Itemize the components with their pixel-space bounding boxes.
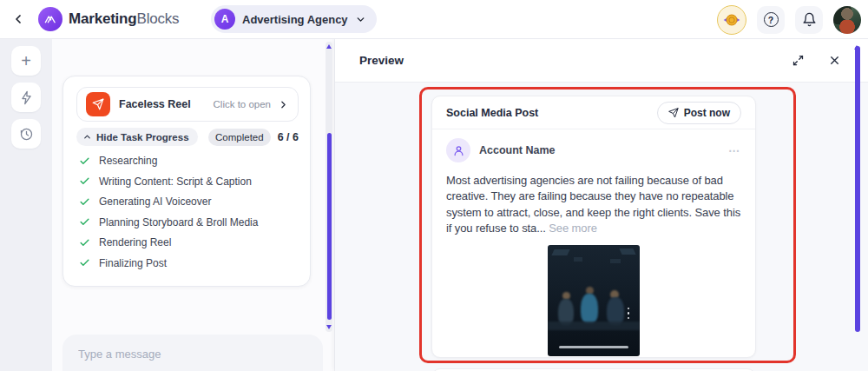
chevron-down-icon (355, 14, 366, 25)
user-avatar[interactable] (833, 6, 861, 34)
post-now-button[interactable]: Post now (657, 102, 741, 124)
thumbnail-window-shape (610, 259, 621, 263)
chevron-right-icon (278, 99, 289, 110)
chat-panel: Faceless Reel Click to open Hide Task Pr… (52, 39, 334, 371)
chevron-left-icon (11, 12, 25, 26)
task-progress-card: Faceless Reel Click to open Hide Task Pr… (62, 76, 311, 287)
coin-badge-icon (722, 12, 741, 28)
account-avatar (446, 138, 470, 162)
new-chat-button[interactable]: + (11, 46, 41, 76)
preview-scrollbar-thumb[interactable] (855, 46, 860, 332)
expand-button[interactable] (788, 51, 807, 70)
history-clock-icon (19, 127, 34, 142)
task-item: Researching (79, 155, 296, 167)
task-item: Writing Content: Script & Caption (79, 176, 296, 188)
marketingblocks-logo-icon (38, 7, 62, 31)
click-to-open-label: Click to open (214, 99, 271, 109)
task-item: Finalizing Post (79, 257, 296, 269)
faceless-reel-row[interactable]: Faceless Reel Click to open (76, 87, 299, 122)
progress-count: 6 / 6 (278, 131, 299, 143)
chat-scrollbar-thumb[interactable] (327, 133, 332, 320)
back-button[interactable] (5, 6, 31, 32)
question-icon: ? (764, 12, 779, 27)
task-item-label: Writing Content: Script & Caption (99, 176, 252, 188)
task-title: Faceless Reel (119, 98, 191, 110)
thumbnail-window-shape (574, 257, 582, 262)
video-options-icon[interactable] (628, 308, 630, 320)
quick-actions-button[interactable] (11, 83, 41, 112)
brand-wordmark: MarketingBlocks (69, 10, 179, 28)
status-badge: Completed (208, 129, 271, 146)
social-media-post-card: Social Media Post Post now Account Name … (431, 96, 756, 358)
person-icon (452, 144, 465, 157)
post-body-text: Most advertising agencies are not failin… (432, 166, 755, 237)
workspace-name: Advertising Agency (242, 13, 348, 26)
message-input[interactable] (78, 348, 307, 361)
preview-panel: Preview Social Media Post Post now (335, 39, 868, 371)
workspace-avatar: A (214, 9, 235, 30)
task-item-label: Researching (99, 155, 157, 167)
task-item: Generating AI Voiceover (79, 195, 296, 208)
scroll-down-arrow-icon[interactable] (326, 325, 332, 329)
check-icon (79, 176, 90, 187)
hide-task-progress-label: Hide Task Progress (96, 132, 189, 142)
check-icon (79, 196, 90, 208)
brand-logo-group[interactable]: MarketingBlocks (38, 7, 179, 31)
expand-icon (792, 54, 805, 67)
post-card-header: Social Media Post Post now (432, 96, 755, 129)
brand-word-bold: Marketing (69, 10, 137, 27)
reel-video-thumbnail[interactable] (548, 245, 640, 356)
task-item-label: Finalizing Post (99, 257, 167, 269)
navbar-right-actions: ? (717, 0, 861, 39)
task-item-label: Generating AI Voiceover (99, 195, 211, 208)
preview-header: Preview (335, 39, 868, 83)
credits-coin-button[interactable] (717, 5, 746, 35)
check-icon (79, 237, 90, 248)
send-icon (668, 108, 679, 118)
check-icon (79, 216, 90, 228)
preview-actions (788, 51, 844, 70)
notifications-button[interactable] (795, 6, 823, 34)
lightning-icon (19, 90, 34, 105)
brand-word-light: Blocks (137, 10, 180, 27)
thumbnail-person-shape (581, 294, 598, 323)
post-now-label: Post now (684, 107, 730, 119)
see-more-link[interactable]: See more (549, 222, 597, 235)
post-options-menu[interactable]: ⋯ (728, 144, 741, 157)
check-icon (79, 257, 90, 268)
task-progress-toggle-row: Hide Task Progress Completed 6 / 6 (76, 128, 299, 146)
message-input-box[interactable] (62, 335, 323, 371)
top-navbar: MarketingBlocks A Advertising Agency ? (0, 0, 868, 39)
video-progress-bar (559, 346, 628, 348)
thumbnail-desk-shape (548, 321, 640, 330)
history-button[interactable] (11, 119, 41, 149)
plus-icon: + (21, 52, 31, 70)
task-item-label: Rendering Reel (99, 236, 171, 248)
chat-scrollbar-track[interactable] (326, 42, 332, 332)
help-button[interactable]: ? (757, 6, 785, 34)
send-reel-icon (86, 92, 110, 116)
account-row: Account Name ⋯ (432, 129, 755, 166)
bell-icon (802, 12, 817, 27)
thumbnail-window-shape (619, 248, 635, 255)
workspace-selector[interactable]: A Advertising Agency (211, 5, 377, 33)
task-item: Rendering Reel (79, 236, 296, 248)
left-rail: + (0, 39, 52, 371)
chevron-up-icon (82, 132, 92, 142)
check-icon (79, 156, 90, 167)
thumbnail-window-shape (551, 249, 569, 255)
close-button[interactable] (825, 51, 844, 70)
scroll-up-arrow-icon[interactable] (326, 44, 332, 49)
close-icon (828, 54, 841, 67)
task-list: Researching Writing Content: Script & Ca… (79, 155, 296, 269)
task-item-label: Planning Storyboard & Broll Media (99, 216, 258, 229)
account-name: Account Name (479, 144, 556, 156)
hide-task-progress-toggle[interactable]: Hide Task Progress (76, 128, 198, 146)
task-item: Planning Storyboard & Broll Media (79, 216, 296, 229)
post-card-title: Social Media Post (446, 107, 538, 119)
preview-title: Preview (359, 54, 404, 67)
